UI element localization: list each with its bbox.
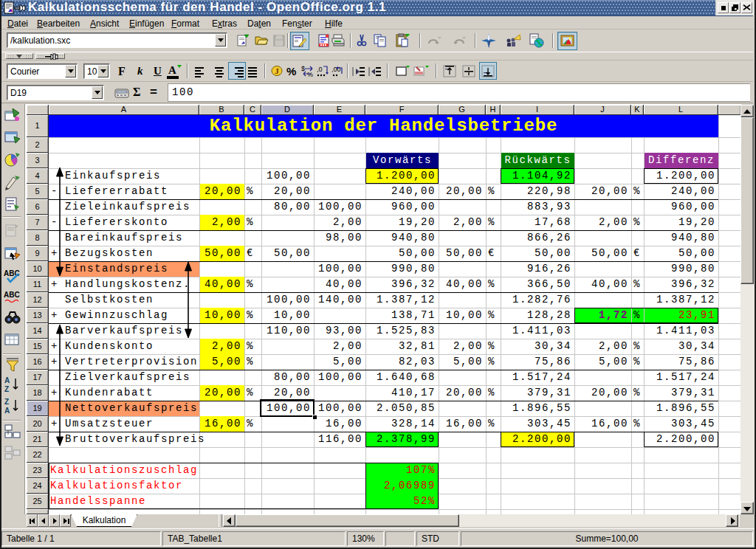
svg-text:A: A [4,376,10,384]
svg-text:Z: Z [4,385,9,393]
svg-text:$: $ [301,65,305,72]
svg-text:ABC: ABC [4,269,20,277]
svg-text:Z: Z [4,398,9,406]
svg-text:A: A [4,407,10,415]
svg-text:ABC: ABC [4,291,20,299]
svg-text:,0: ,0 [317,66,323,73]
svg-text:J: J [275,66,279,75]
svg-text:,00: ,00 [331,66,341,73]
